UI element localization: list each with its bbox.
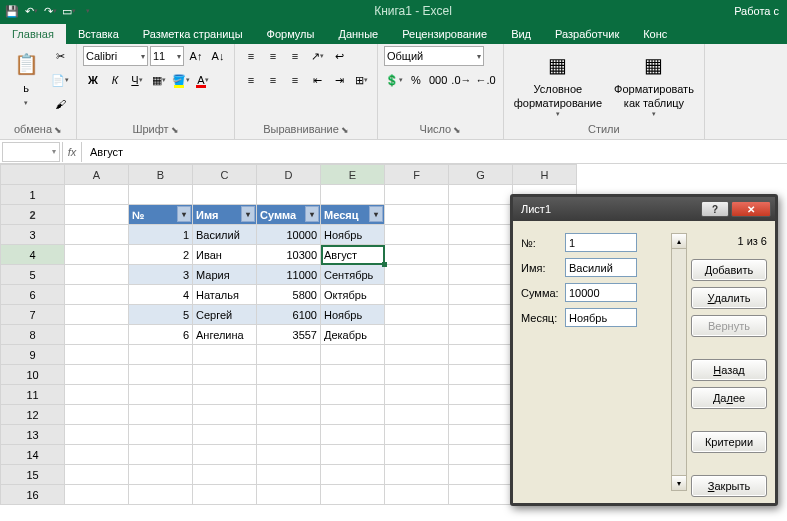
table-row[interactable]: 86Ангелина3557Декабрь	[1, 325, 577, 345]
tab-formulas[interactable]: Формулы	[255, 24, 327, 44]
border-icon[interactable]: ▦▾	[149, 70, 169, 90]
help-button[interactable]: ?	[701, 201, 729, 217]
group-label-align: Выравнивание	[263, 123, 339, 135]
context-tab-label: Работа с	[726, 5, 787, 17]
filter-icon[interactable]: ▾	[305, 206, 319, 222]
col-D[interactable]: D	[257, 165, 321, 185]
col-G[interactable]: G	[449, 165, 513, 185]
decrease-font-icon[interactable]: A↓	[208, 46, 228, 66]
select-all-corner[interactable]	[1, 165, 65, 185]
grid[interactable]: A B C D E F G H 1 2 №▾ Имя▾ Сумма▾ Месяц…	[0, 164, 577, 505]
tab-extra[interactable]: Конс	[631, 24, 679, 44]
back-button[interactable]: Назад	[691, 359, 767, 381]
group-label-styles: Стили	[588, 123, 620, 135]
align-bot-icon[interactable]: ≡	[285, 46, 305, 66]
font-size-combo[interactable]: 11▾	[150, 46, 184, 66]
table-row[interactable]: 64Наталья5800Октябрь	[1, 285, 577, 305]
orientation-icon[interactable]: ↗▾	[307, 46, 327, 66]
hdr-month[interactable]: Месяц▾	[321, 205, 385, 225]
group-font: Calibri▾ 11▾ A↑ A↓ Ж К Ч▾ ▦▾ 🪣▾ A▾ Шрифт…	[77, 44, 235, 139]
next-button[interactable]: Далее	[691, 387, 767, 409]
bold-icon[interactable]: Ж	[83, 70, 103, 90]
tab-insert[interactable]: Вставка	[66, 24, 131, 44]
redo-icon[interactable]: ↷▾	[42, 3, 58, 19]
wrap-icon[interactable]: ↩	[329, 46, 349, 66]
align-top-icon[interactable]: ≡	[241, 46, 261, 66]
font-name-combo[interactable]: Calibri▾	[83, 46, 148, 66]
col-A[interactable]: A	[65, 165, 129, 185]
col-F[interactable]: F	[385, 165, 449, 185]
tab-home[interactable]: Главная	[0, 24, 66, 44]
tab-developer[interactable]: Разработчик	[543, 24, 631, 44]
tab-view[interactable]: Вид	[499, 24, 543, 44]
inc-decimal-icon[interactable]: .0→	[450, 70, 472, 90]
align-right-icon[interactable]: ≡	[285, 70, 305, 90]
data-form-dialog[interactable]: Лист1 ? ✕ №: Имя: Сумма: Месяц: ▴ ▾ 1 из…	[510, 194, 778, 506]
close-icon[interactable]: ✕	[731, 201, 771, 217]
group-align: ≡ ≡ ≡ ↗▾ ↩ ≡ ≡ ≡ ⇤ ⇥ ⊞▾ Выравнивание⬊	[235, 44, 378, 139]
table-row[interactable]: 42Иван10300Август	[1, 245, 577, 265]
name-box[interactable]: ▾	[2, 142, 60, 162]
add-button[interactable]: Добавить	[691, 259, 767, 281]
col-C[interactable]: C	[193, 165, 257, 185]
group-label-clipboard: обмена	[14, 123, 52, 135]
close-button[interactable]: Закрыть	[691, 475, 767, 497]
field-name-input[interactable]	[565, 258, 637, 277]
percent-icon[interactable]: %	[406, 70, 426, 90]
scroll-down-icon[interactable]: ▾	[672, 475, 686, 490]
row-2[interactable]: 2	[1, 205, 65, 225]
fill-color-icon[interactable]: 🪣▾	[171, 70, 191, 90]
qat-customize-icon[interactable]: ▾	[80, 3, 96, 19]
filter-icon[interactable]: ▾	[369, 206, 383, 222]
filter-icon[interactable]: ▾	[177, 206, 191, 222]
tab-pagelayout[interactable]: Разметка страницы	[131, 24, 255, 44]
formula-value[interactable]: Август	[86, 146, 787, 158]
delete-button[interactable]: Удалить	[691, 287, 767, 309]
table-row[interactable]: 75Сергей6100Ноябрь	[1, 305, 577, 325]
col-E[interactable]: E	[321, 165, 385, 185]
filter-icon[interactable]: ▾	[241, 206, 255, 222]
save-icon[interactable]: 💾	[4, 3, 20, 19]
criteria-button[interactable]: Критерии	[691, 431, 767, 453]
align-mid-icon[interactable]: ≡	[263, 46, 283, 66]
col-B[interactable]: B	[129, 165, 193, 185]
increase-font-icon[interactable]: A↑	[186, 46, 206, 66]
formatpainter-icon[interactable]: 🖌	[50, 94, 70, 114]
form-icon[interactable]: ▭▾	[61, 3, 77, 19]
cut-icon[interactable]: ✂	[50, 46, 70, 66]
scroll-up-icon[interactable]: ▴	[672, 234, 686, 249]
col-H[interactable]: H	[513, 165, 577, 185]
undo-icon[interactable]: ↶▾	[23, 3, 39, 19]
field-n-input[interactable]	[565, 233, 637, 252]
dialog-titlebar[interactable]: Лист1 ? ✕	[513, 197, 775, 221]
cond-format-button[interactable]: ▦Условное форматирование▾	[510, 46, 606, 121]
indent-icon[interactable]: ⇥	[329, 70, 349, 90]
accounting-icon[interactable]: 💲▾	[384, 70, 404, 90]
number-format-combo[interactable]: Общий▾	[384, 46, 484, 66]
font-color-icon[interactable]: A▾	[193, 70, 213, 90]
table-row[interactable]: 31Василий10000Ноябрь	[1, 225, 577, 245]
hdr-sum[interactable]: Сумма▾	[257, 205, 321, 225]
dialog-buttons: 1 из 6 Добавить Удалить Вернуть Назад Да…	[691, 233, 767, 497]
outdent-icon[interactable]: ⇤	[307, 70, 327, 90]
merge-icon[interactable]: ⊞▾	[351, 70, 371, 90]
hdr-name[interactable]: Имя▾	[193, 205, 257, 225]
table-row[interactable]: 53Мария11000Сентябрь	[1, 265, 577, 285]
underline-icon[interactable]: Ч▾	[127, 70, 147, 90]
row-1[interactable]: 1	[1, 185, 65, 205]
record-scrollbar[interactable]: ▴ ▾	[671, 233, 687, 491]
align-left-icon[interactable]: ≡	[241, 70, 261, 90]
italic-icon[interactable]: К	[105, 70, 125, 90]
comma-icon[interactable]: 000	[428, 70, 448, 90]
align-center-icon[interactable]: ≡	[263, 70, 283, 90]
format-table-button[interactable]: ▦Форматировать как таблицу▾	[610, 46, 698, 121]
fx-icon[interactable]: fx	[62, 142, 82, 162]
field-month-input[interactable]	[565, 308, 637, 327]
copy-icon[interactable]: 📄▾	[50, 70, 70, 90]
field-sum-input[interactable]	[565, 283, 637, 302]
tab-review[interactable]: Рецензирование	[390, 24, 499, 44]
hdr-n[interactable]: №▾	[129, 205, 193, 225]
tab-data[interactable]: Данные	[326, 24, 390, 44]
dec-decimal-icon[interactable]: ←.0	[475, 70, 497, 90]
paste-button[interactable]: 📋ь▾	[6, 46, 46, 110]
